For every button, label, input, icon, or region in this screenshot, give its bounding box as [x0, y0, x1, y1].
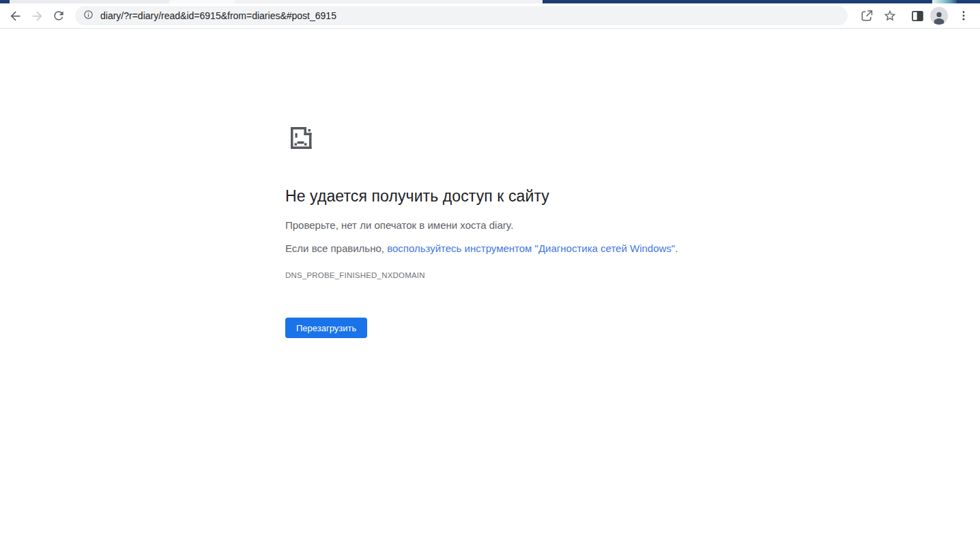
side-panel-button[interactable] — [906, 5, 928, 27]
error-title: Не удается получить доступ к сайту — [285, 187, 695, 206]
site-info-icon[interactable] — [83, 10, 93, 23]
forward-arrow-icon — [30, 9, 44, 23]
kebab-menu-icon — [957, 10, 970, 22]
back-button[interactable] — [4, 5, 26, 27]
frame-segment — [10, 0, 169, 3]
bookmark-button[interactable] — [879, 5, 901, 27]
error-hint: Проверьте, нет ли опечаток в имени хоста… — [285, 219, 695, 231]
frame-segment — [543, 0, 932, 3]
profile-button[interactable] — [928, 5, 950, 27]
error-advice: Если все правильно, воспользуйтесь инстр… — [285, 242, 695, 254]
browser-toolbar: diary/?r=diary/read&id=6915&from=diaries… — [0, 3, 980, 29]
reload-button[interactable] — [48, 5, 70, 27]
url-text[interactable]: diary/?r=diary/read&id=6915&from=diaries… — [100, 10, 336, 21]
side-panel-icon — [910, 9, 925, 23]
back-arrow-icon — [8, 9, 23, 23]
reload-page-button[interactable]: Перезагрузить — [285, 318, 367, 338]
error-page: Не удается получить доступ к сайту Прове… — [0, 29, 980, 542]
error-content: Не удается получить доступ к сайту Прове… — [285, 29, 695, 338]
advice-prefix: Если все правильно, — [285, 242, 387, 254]
share-icon — [860, 9, 874, 23]
address-bar[interactable]: diary/?r=diary/read&id=6915&from=diaries… — [75, 6, 848, 25]
toolbar-right-group — [854, 5, 975, 27]
frame-segment — [957, 0, 980, 3]
star-icon — [883, 9, 897, 23]
share-button[interactable] — [856, 5, 878, 27]
frame-segment — [235, 0, 543, 3]
sad-file-icon — [285, 123, 316, 154]
window-frame — [0, 0, 980, 3]
network-diagnostics-link[interactable]: воспользуйтесь инструментом "Диагностика… — [387, 242, 675, 254]
avatar-icon — [930, 7, 948, 25]
error-code: DNS_PROBE_FINISHED_NXDOMAIN — [285, 271, 695, 279]
menu-button[interactable] — [953, 5, 975, 27]
advice-suffix: . — [675, 242, 678, 254]
forward-button[interactable] — [26, 5, 48, 27]
frame-segment — [932, 0, 957, 3]
reload-icon — [52, 9, 66, 23]
frame-segment — [169, 0, 235, 3]
frame-segment — [0, 0, 10, 3]
